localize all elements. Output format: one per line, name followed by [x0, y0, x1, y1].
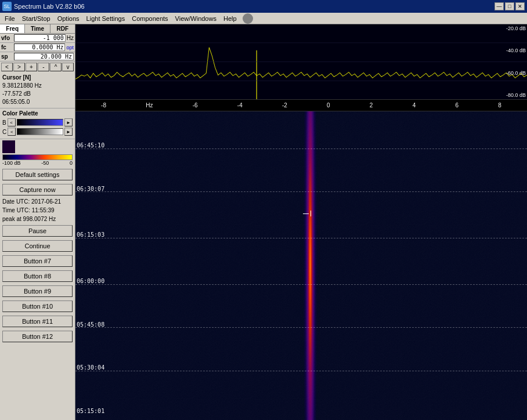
hz-label-n6: -6 — [193, 102, 198, 108]
cursor-db: -77.572 dB — [2, 90, 73, 98]
right-panel: -20.0 dB -40.0 dB -60.0 dB -80.0 dB — [75, 24, 527, 420]
fc-row: fc 0.0000 Hz opt — [0, 43, 75, 52]
button-8[interactable]: Button #8 — [2, 270, 73, 282]
window-controls: — □ ✕ — [494, 2, 525, 10]
color-bar-mid: -50 — [41, 160, 49, 166]
button-11[interactable]: Button #11 — [2, 316, 73, 327]
fc-value[interactable]: 0.0000 Hz — [14, 44, 65, 51]
menu-help[interactable]: Help — [220, 14, 240, 23]
left-panel: Freq Time RDF vfo -1 000 Hz fc 0.0000 Hz… — [0, 24, 75, 420]
hz-label-4: 4 — [413, 102, 416, 108]
nav-minus[interactable]: - — [38, 63, 49, 71]
palette-c-left[interactable]: < — [8, 128, 16, 136]
nav-down[interactable]: v — [62, 63, 74, 71]
spectrum-waveform — [75, 24, 527, 99]
menu-lightsettings[interactable]: Light Settings — [83, 14, 129, 23]
tab-freq[interactable]: Freq — [0, 24, 25, 33]
db-label-3: -60.0 dB — [499, 70, 526, 76]
waterfall-line-5 — [75, 327, 527, 328]
maximize-button[interactable]: □ — [505, 2, 514, 10]
titlebar: SL Spectrum Lab V2.82 b06 — □ ✕ — [0, 0, 527, 13]
palette-c-label: C — [2, 129, 6, 135]
cursor-freq: 9.38121880 Hz — [2, 82, 73, 90]
sp-value[interactable]: 20.000 Hz — [14, 53, 74, 60]
sp-label: sp — [1, 53, 14, 60]
button-10[interactable]: Button #10 — [2, 300, 73, 312]
menu-startstop[interactable]: Start/Stop — [19, 14, 54, 23]
color-bar — [2, 154, 73, 160]
hz-label-n2: -2 — [282, 102, 287, 108]
menu-file[interactable]: File — [1, 14, 19, 23]
main-layout: Freq Time RDF vfo -1 000 Hz fc 0.0000 Hz… — [0, 24, 527, 420]
vfo-value[interactable]: -1 000 — [14, 34, 66, 42]
menu-components[interactable]: Components — [128, 14, 171, 23]
tab-rdf[interactable]: RDF — [50, 24, 75, 33]
button-7[interactable]: Button #7 — [2, 255, 73, 267]
waterfall: 06:45:10 06:30:07 06:15:03 06:00:00 05:4… — [75, 111, 527, 420]
continue-button[interactable]: Continue — [2, 240, 73, 252]
capture-now-button[interactable]: Capture now — [2, 184, 73, 195]
pause-button[interactable]: Pause — [2, 225, 73, 237]
hz-label-2: 2 — [370, 102, 373, 108]
color-bar-container: -100 dB -50 0 — [0, 139, 75, 167]
time-label-2: 06:30:07 — [77, 186, 104, 192]
hz-label-8: 8 — [498, 102, 501, 108]
palette-c-right[interactable]: ► — [64, 128, 73, 136]
fc-label: fc — [1, 44, 14, 50]
cursor-time: 06:55:05.0 — [2, 98, 73, 106]
button-12[interactable]: Button #12 — [2, 331, 73, 342]
palette-b-label: B — [2, 120, 6, 126]
nav-buttons: < > + - ^ v — [0, 61, 75, 73]
cursor-section: Cursor [N] 9.38121880 Hz -77.572 dB 06:5… — [0, 73, 75, 108]
tab-bar: Freq Time RDF — [0, 24, 75, 34]
nav-plus[interactable]: + — [26, 63, 37, 71]
nav-up[interactable]: ^ — [50, 63, 62, 71]
waterfall-line-2 — [75, 191, 527, 192]
fc-opt[interactable]: opt — [66, 45, 74, 50]
cursor-title: Cursor [N] — [2, 74, 73, 81]
vfo-label: vfo — [1, 35, 14, 41]
waterfall-display: 06:45:10 06:30:07 06:15:03 06:00:00 05:4… — [75, 111, 527, 420]
color-swatch — [2, 140, 15, 153]
minimize-button[interactable]: — — [494, 2, 504, 10]
title-left: SL Spectrum Lab V2.82 b06 — [2, 2, 85, 11]
db-scale: -20.0 dB -40.0 dB -60.0 dB -80.0 dB — [498, 24, 527, 99]
vfo-row: vfo -1 000 Hz — [0, 34, 75, 43]
hz-label-n4: -4 — [237, 102, 243, 108]
status-indicator — [243, 13, 253, 24]
palette-b-row: B < ► — [2, 118, 73, 126]
close-button[interactable]: ✕ — [515, 2, 525, 10]
color-bar-labels: -100 dB -50 0 — [2, 160, 73, 166]
waterfall-line-4 — [75, 284, 527, 285]
waterfall-noise — [75, 111, 527, 420]
tab-time[interactable]: Time — [25, 24, 50, 33]
date-utc-label: Date UTC: 2017-06-21 — [0, 197, 75, 206]
nav-left[interactable]: < — [1, 63, 13, 71]
palette-b-right[interactable]: ► — [64, 118, 73, 126]
spectrum-area: -20.0 dB -40.0 dB -60.0 dB -80.0 dB — [75, 24, 527, 100]
time-label-6: 05:30:04 — [77, 364, 104, 371]
palette-b-slider[interactable] — [17, 119, 63, 126]
time-utc-label: Time UTC: 11:55:39 — [0, 206, 75, 215]
color-palette-section: Color Palette B < ► C < ► — [0, 108, 75, 139]
nav-right[interactable]: > — [13, 63, 25, 71]
palette-title: Color Palette — [2, 110, 73, 117]
time-label-4: 06:00:00 — [77, 278, 104, 284]
menu-options[interactable]: Options — [54, 14, 83, 23]
app-icon: SL — [2, 2, 12, 11]
time-label-5: 05:45:08 — [77, 321, 104, 328]
menu-viewwindows[interactable]: View/Windows — [172, 14, 220, 23]
button-9[interactable]: Button #9 — [2, 285, 73, 297]
default-settings-button[interactable]: Default settings — [2, 169, 73, 180]
time-label-7: 05:15:01 — [77, 408, 104, 414]
db-label-2: -40.0 dB — [499, 48, 526, 53]
hz-label-6: 6 — [455, 102, 459, 108]
palette-b-left[interactable]: < — [8, 118, 16, 126]
cross-v — [311, 211, 311, 216]
cross-h — [303, 213, 309, 214]
palette-c-row: C < ► — [2, 128, 73, 136]
color-bar-max: 0 — [70, 160, 73, 166]
time-label-1: 06:45:10 — [77, 142, 104, 149]
vfo-unit: Hz — [67, 35, 74, 41]
palette-c-slider[interactable] — [17, 128, 63, 135]
